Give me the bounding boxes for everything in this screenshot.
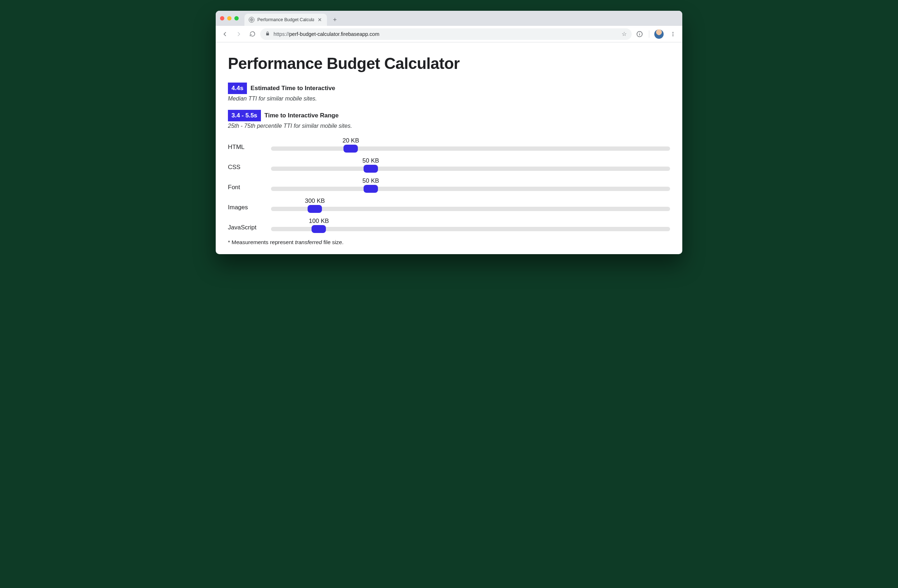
slider-value-label: 100 KB — [309, 217, 329, 225]
browser-window: Performance Budget Calculato ✕ + https:/… — [216, 11, 682, 254]
address-bar[interactable]: https://perf-budget-calculator.firebasea… — [260, 28, 632, 40]
chrome-menu-button[interactable] — [667, 28, 679, 40]
forward-button[interactable] — [233, 28, 244, 40]
slider-thumb[interactable] — [312, 225, 326, 233]
maximize-window-button[interactable] — [234, 16, 239, 20]
tti-range-subtext: 25th - 75th percentile TTI for similar m… — [228, 123, 670, 129]
tti-metric: 4.4s Estimated Time to Interactive Media… — [228, 83, 670, 102]
slider-track[interactable] — [271, 207, 670, 211]
toolbar: https://perf-budget-calculator.firebasea… — [216, 26, 682, 42]
page-info-button[interactable] — [634, 28, 645, 40]
slider-track[interactable] — [271, 227, 670, 231]
tti-range-badge: 3.4 - 5.5s — [228, 110, 261, 121]
slider-row: HTML20 KB — [228, 137, 670, 151]
slider-track-wrap: 300 KB — [271, 197, 670, 211]
tti-range-metric: 3.4 - 5.5s Time to Interactive Range 25t… — [228, 110, 670, 129]
back-button[interactable] — [219, 28, 231, 40]
slider-thumb[interactable] — [308, 205, 322, 213]
slider-track-wrap: 50 KB — [271, 177, 670, 191]
url-text: https://perf-budget-calculator.firebasea… — [274, 31, 618, 37]
svg-point-3 — [639, 32, 640, 33]
slider-value-label: 50 KB — [363, 177, 379, 185]
bookmark-star-icon[interactable]: ☆ — [622, 31, 627, 37]
slider-row: Font50 KB — [228, 177, 670, 191]
close-tab-icon[interactable]: ✕ — [317, 17, 323, 23]
browser-tab[interactable]: Performance Budget Calculato ✕ — [244, 14, 327, 26]
slider-track-wrap: 50 KB — [271, 157, 670, 171]
minimize-window-button[interactable] — [227, 16, 232, 20]
svg-point-5 — [673, 33, 674, 34]
lock-icon — [265, 31, 270, 37]
close-window-button[interactable] — [220, 16, 224, 20]
slider-track-wrap: 20 KB — [271, 137, 670, 151]
window-controls — [220, 11, 244, 26]
page-content: Performance Budget Calculator 4.4s Estim… — [216, 42, 682, 254]
slider-row: CSS50 KB — [228, 157, 670, 171]
tti-label: Estimated Time to Interactive — [251, 85, 335, 92]
slider-track[interactable] — [271, 166, 670, 171]
slider-label: HTML — [228, 143, 264, 151]
slider-value-label: 50 KB — [363, 157, 379, 165]
slider-track-wrap: 100 KB — [271, 217, 670, 231]
tab-strip: Performance Budget Calculato ✕ + — [216, 11, 682, 26]
svg-point-4 — [673, 32, 674, 33]
globe-icon — [249, 17, 254, 23]
toolbar-separator — [649, 31, 649, 38]
slider-row: Images300 KB — [228, 197, 670, 211]
slider-row: JavaScript100 KB — [228, 217, 670, 231]
tab-title: Performance Budget Calculato — [257, 17, 314, 22]
tti-range-label: Time to Interactive Range — [264, 112, 339, 119]
sliders-group: HTML20 KBCSS50 KBFont50 KBImages300 KBJa… — [228, 137, 670, 231]
slider-value-label: 300 KB — [305, 197, 325, 205]
slider-thumb[interactable] — [364, 165, 378, 173]
tti-badge: 4.4s — [228, 83, 247, 94]
slider-value-label: 20 KB — [342, 137, 359, 144]
footnote: * Measurements represent transferred fil… — [228, 239, 670, 246]
profile-avatar[interactable] — [654, 29, 664, 39]
new-tab-button[interactable]: + — [330, 15, 340, 25]
slider-thumb[interactable] — [364, 185, 378, 193]
slider-label: JavaScript — [228, 224, 264, 231]
slider-label: Images — [228, 204, 264, 211]
slider-track[interactable] — [271, 146, 670, 151]
svg-point-6 — [673, 35, 674, 36]
slider-thumb[interactable] — [343, 145, 358, 152]
slider-label: CSS — [228, 164, 264, 171]
slider-track[interactable] — [271, 187, 670, 191]
slider-label: Font — [228, 184, 264, 191]
page-title: Performance Budget Calculator — [228, 55, 670, 72]
tti-subtext: Median TTI for similar mobile sites. — [228, 95, 670, 102]
reload-button[interactable] — [247, 28, 258, 40]
